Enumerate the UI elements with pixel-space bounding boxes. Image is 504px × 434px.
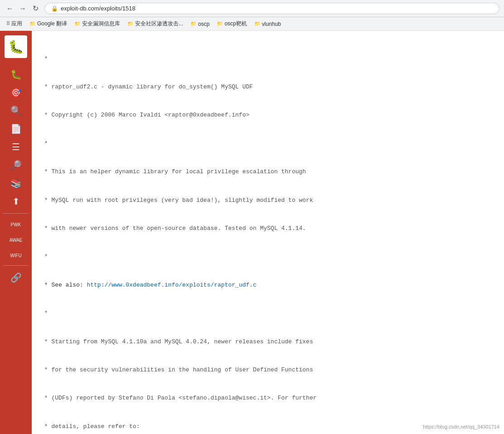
bookmark-vulnhub-label: vlunhub xyxy=(262,21,281,27)
back-button[interactable]: ← xyxy=(5,3,15,14)
sidebar-item-file[interactable]: 📄 xyxy=(0,120,32,138)
code-line-5: * This is an helper dynamic library for … xyxy=(41,167,495,177)
code-line-8: * xyxy=(41,252,495,262)
sidebar-item-bug[interactable]: 🐛 xyxy=(0,65,32,83)
code-line-10: * xyxy=(41,309,495,318)
sidebar: 🐛 🐛 🎯 🔍 📄 ☰ 🔎 📚 ⬆ PWK AWAE xyxy=(0,31,32,434)
sidebar-item-book[interactable]: 📚 xyxy=(0,174,32,192)
code-line-4: * xyxy=(41,139,495,149)
bookmark-translate[interactable]: 📁 Google 翻译 xyxy=(27,19,70,29)
main-layout: 🐛 🐛 🎯 🔍 📄 ☰ 🔎 📚 ⬆ PWK AWAE xyxy=(0,31,504,434)
awae-label: AWAE xyxy=(10,238,23,243)
logo-bug-icon: 🐛 xyxy=(8,39,24,54)
bookmarks-bar: ⠿ 应用 📁 Google 翻译 📁 安全漏洞信息库 📁 安全社区渗透攻击...… xyxy=(0,17,504,31)
sidebar-item-target[interactable]: 🎯 xyxy=(0,83,32,102)
bookmark-apps-label: 应用 xyxy=(11,20,22,28)
bookmark-vuln-db-label: 安全漏洞信息库 xyxy=(82,20,120,28)
folder-icon-3: 📁 xyxy=(127,21,134,27)
folder-icon-5: 📁 xyxy=(217,21,223,27)
pwk-label: PWK xyxy=(11,222,21,227)
list-icon: ☰ xyxy=(12,142,20,151)
code-line-11: * Starting from MySQL 4.1.10a and MySQL … xyxy=(41,337,495,347)
bookmark-vulnhub[interactable]: 📁 vlunhub xyxy=(252,20,284,28)
apps-icon: ⠿ xyxy=(6,21,10,27)
bookmark-vuln-db[interactable]: 📁 安全漏洞信息库 xyxy=(72,19,123,29)
refresh-button[interactable]: ↻ xyxy=(30,3,41,14)
sidebar-item-pwk[interactable]: PWK xyxy=(0,216,32,232)
folder-icon-4: 📁 xyxy=(190,21,197,27)
file-icon: 📄 xyxy=(10,124,22,133)
sidebar-item-link[interactable]: 🔗 xyxy=(0,268,32,287)
code-line-9: * See also: http://www.0xdeadbeef.info/e… xyxy=(41,281,495,290)
bookmark-oscp-label: oscp xyxy=(198,21,209,27)
code-line-1: * xyxy=(41,54,495,64)
sidebar-item-awae[interactable]: AWAE xyxy=(0,232,32,247)
folder-icon-6: 📁 xyxy=(254,21,261,27)
upload-icon: ⬆ xyxy=(12,197,20,206)
bookmark-security-label: 安全社区渗透攻击... xyxy=(135,20,183,28)
bookmark-security[interactable]: 📁 安全社区渗透攻击... xyxy=(125,19,186,29)
lock-icon: 🔒 xyxy=(51,5,58,12)
folder-icon: 📁 xyxy=(29,21,36,27)
link-icon: 🔗 xyxy=(10,273,22,282)
sidebar-divider-2 xyxy=(3,265,29,266)
code-line-3: * Copyright (c) 2006 Marco Ivaldi <rapto… xyxy=(41,111,495,120)
code-line-6: * MySQL run with root privileges (very b… xyxy=(41,196,495,205)
sidebar-item-search[interactable]: 🔍 xyxy=(0,102,32,120)
content-area[interactable]: * * raptor_udf2.c - dynamic library for … xyxy=(32,31,504,434)
forward-button[interactable]: → xyxy=(17,3,28,14)
code-line-13: * (UDFs) reported by Stefano Di Paola <s… xyxy=(41,394,495,403)
nav-buttons: ← → ↻ xyxy=(5,3,41,14)
sidebar-item-wifi[interactable]: WIFU xyxy=(0,247,32,263)
bookmark-oscp[interactable]: 📁 oscp xyxy=(188,20,212,28)
code-line-7: * with newer versions of the open-source… xyxy=(41,224,495,234)
bookmark-apps[interactable]: ⠿ 应用 xyxy=(4,19,25,29)
browser-chrome: ← → ↻ 🔒 exploit-db.com/exploits/1518 xyxy=(0,0,504,17)
wifi-label: WIFU xyxy=(10,253,22,258)
target-icon: 🎯 xyxy=(10,88,22,97)
book-icon: 📚 xyxy=(10,179,22,188)
bookmark-translate-label: Google 翻译 xyxy=(37,20,67,28)
address-bar[interactable]: 🔒 exploit-db.com/exploits/1518 xyxy=(44,3,499,14)
bookmark-oscp-pwn[interactable]: 📁 oscp靶机 xyxy=(214,19,249,29)
bookmark-oscp-pwn-label: oscp靶机 xyxy=(224,20,247,28)
watermark-text: https://blog.csdn.net/qq_34301714 xyxy=(423,424,499,429)
globe-icon: 🔍 xyxy=(10,106,22,115)
sidebar-item-advanced-search[interactable]: 🔎 xyxy=(0,156,32,174)
code-line-12: * for the security vulnerabilities in th… xyxy=(41,366,495,375)
folder-icon-2: 📁 xyxy=(74,21,81,27)
code-line-2: * raptor_udf2.c - dynamic library for do… xyxy=(41,83,495,92)
code-block: * * raptor_udf2.c - dynamic library for … xyxy=(41,35,495,434)
bug-icon: 🐛 xyxy=(10,70,22,79)
url-text: exploit-db.com/exploits/1518 xyxy=(61,5,136,12)
sidebar-logo[interactable]: 🐛 xyxy=(5,35,27,58)
sidebar-item-list[interactable]: ☰ xyxy=(0,138,32,156)
sidebar-divider-1 xyxy=(3,213,29,214)
sidebar-item-upload[interactable]: ⬆ xyxy=(0,192,32,210)
footer-watermark: https://blog.csdn.net/qq_34301714 xyxy=(423,424,499,429)
magnify-icon: 🔎 xyxy=(10,161,22,170)
